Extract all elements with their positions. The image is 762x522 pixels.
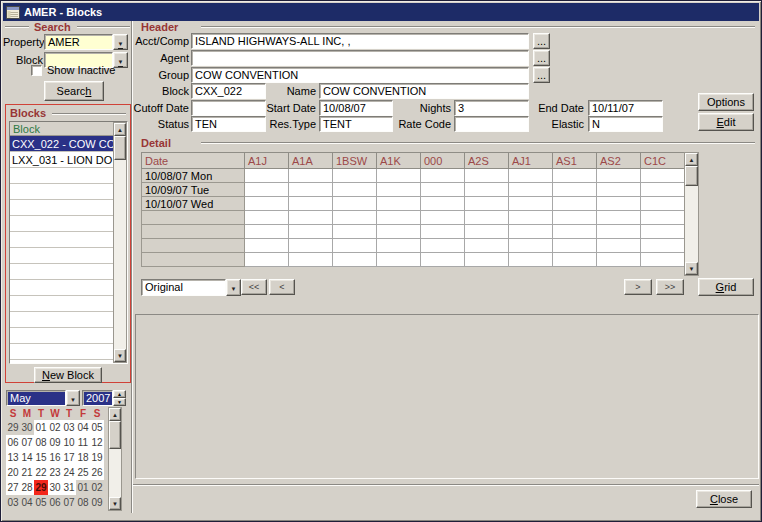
calendar-day[interactable]: 06 bbox=[48, 495, 62, 510]
detail-value-cell[interactable] bbox=[509, 225, 553, 239]
detail-value-cell[interactable] bbox=[465, 183, 509, 197]
calendar-day[interactable]: 07 bbox=[20, 435, 34, 450]
block-list-empty-row[interactable] bbox=[10, 344, 113, 360]
detail-value-cell[interactable] bbox=[289, 211, 333, 225]
detail-value-cell[interactable] bbox=[465, 253, 509, 267]
view-dropdown-button[interactable]: ▼ bbox=[226, 279, 241, 296]
block-list-empty-row[interactable] bbox=[10, 280, 113, 296]
block-list-empty-row[interactable] bbox=[10, 184, 113, 200]
scrollbar-thumb[interactable] bbox=[114, 136, 126, 160]
detail-value-cell[interactable] bbox=[553, 197, 597, 211]
block-list-empty-row[interactable] bbox=[10, 232, 113, 248]
title-bar[interactable]: AMER - Blocks bbox=[3, 3, 759, 21]
calendar-day[interactable]: 13 bbox=[6, 450, 20, 465]
acct-comp-field[interactable]: ISLAND HIGHWAYS-ALL INC, , bbox=[191, 33, 529, 49]
detail-value-cell[interactable] bbox=[245, 225, 289, 239]
calendar-day[interactable]: 01 bbox=[76, 480, 90, 495]
block-list-empty-row[interactable] bbox=[10, 168, 113, 184]
detail-value-cell[interactable] bbox=[333, 225, 377, 239]
agent-field[interactable] bbox=[191, 50, 529, 66]
calendar-year-field[interactable]: 2007 bbox=[82, 390, 113, 406]
edit-button[interactable]: Edit bbox=[698, 113, 754, 131]
calendar-day[interactable]: 29 bbox=[6, 420, 20, 435]
new-block-button[interactable]: New Block bbox=[34, 367, 102, 383]
calendar-day[interactable]: 05 bbox=[90, 420, 104, 435]
detail-value-cell[interactable] bbox=[421, 253, 465, 267]
detail-value-cell[interactable] bbox=[245, 197, 289, 211]
detail-value-cell[interactable] bbox=[597, 225, 641, 239]
calendar-day[interactable]: 06 bbox=[6, 435, 20, 450]
detail-grid-scrollbar[interactable]: ▲ ▼ bbox=[684, 152, 699, 276]
calendar-day[interactable]: 25 bbox=[76, 465, 90, 480]
detail-value-cell[interactable] bbox=[553, 225, 597, 239]
calendar-day[interactable]: 19 bbox=[90, 450, 104, 465]
detail-value-cell[interactable] bbox=[509, 253, 553, 267]
detail-value-cell[interactable] bbox=[245, 183, 289, 197]
detail-value-cell[interactable] bbox=[421, 211, 465, 225]
calendar-day[interactable]: 21 bbox=[20, 465, 34, 480]
close-button[interactable]: Close bbox=[696, 490, 752, 508]
detail-value-cell[interactable] bbox=[245, 211, 289, 225]
grid-button[interactable]: Grid bbox=[698, 278, 754, 296]
detail-value-cell[interactable] bbox=[641, 211, 685, 225]
acct-comp-lov-button[interactable]: ... bbox=[533, 33, 550, 49]
detail-value-cell[interactable] bbox=[289, 197, 333, 211]
calendar-day[interactable]: 09 bbox=[90, 495, 104, 510]
detail-value-cell[interactable] bbox=[333, 211, 377, 225]
detail-value-cell[interactable] bbox=[377, 183, 421, 197]
calendar-day[interactable]: 16 bbox=[48, 450, 62, 465]
calendar-day[interactable]: 04 bbox=[20, 495, 34, 510]
calendar-day[interactable]: 27 bbox=[6, 480, 20, 495]
detail-value-cell[interactable] bbox=[553, 183, 597, 197]
year-spinner[interactable]: ▲ ▼ bbox=[113, 390, 126, 406]
nav-last-button[interactable]: >> bbox=[656, 279, 684, 295]
calendar-day[interactable]: 14 bbox=[20, 450, 34, 465]
scroll-up-icon[interactable]: ▲ bbox=[114, 123, 126, 136]
calendar-day[interactable]: 22 bbox=[34, 465, 48, 480]
detail-value-cell[interactable] bbox=[245, 253, 289, 267]
calendar-day[interactable]: 02 bbox=[48, 420, 62, 435]
detail-value-cell[interactable] bbox=[289, 253, 333, 267]
detail-value-cell[interactable] bbox=[333, 169, 377, 183]
block-list-empty-row[interactable] bbox=[10, 200, 113, 216]
detail-value-cell[interactable] bbox=[509, 197, 553, 211]
detail-value-cell[interactable] bbox=[553, 239, 597, 253]
scrollbar-thumb[interactable] bbox=[685, 166, 698, 186]
calendar-day[interactable]: 04 bbox=[76, 420, 90, 435]
detail-value-cell[interactable] bbox=[289, 183, 333, 197]
show-inactive-checkbox[interactable] bbox=[31, 65, 42, 76]
calendar-day[interactable]: 03 bbox=[6, 495, 20, 510]
block-list-empty-row[interactable] bbox=[10, 216, 113, 232]
detail-value-cell[interactable] bbox=[641, 253, 685, 267]
property-lov-button[interactable]: ▼ bbox=[113, 34, 128, 50]
detail-value-cell[interactable] bbox=[421, 169, 465, 183]
nav-first-button[interactable]: << bbox=[241, 279, 267, 295]
detail-value-cell[interactable] bbox=[641, 183, 685, 197]
property-input[interactable]: AMER bbox=[44, 34, 113, 50]
detail-value-cell[interactable] bbox=[509, 239, 553, 253]
detail-value-cell[interactable] bbox=[465, 239, 509, 253]
calendar-day[interactable]: 15 bbox=[34, 450, 48, 465]
spinner-down-icon[interactable]: ▼ bbox=[113, 398, 126, 406]
end-date-field[interactable]: 10/11/07 bbox=[588, 100, 663, 116]
options-button[interactable]: Options bbox=[698, 93, 754, 111]
detail-value-cell[interactable] bbox=[597, 211, 641, 225]
detail-value-cell[interactable] bbox=[377, 239, 421, 253]
detail-value-cell[interactable] bbox=[333, 183, 377, 197]
block-list-empty-row[interactable] bbox=[10, 296, 113, 312]
block-list-empty-row[interactable] bbox=[10, 312, 113, 328]
scroll-up-icon[interactable]: ▲ bbox=[109, 408, 121, 421]
calendar-day[interactable]: 26 bbox=[90, 465, 104, 480]
detail-value-cell[interactable] bbox=[421, 239, 465, 253]
calendar-day[interactable]: 30 bbox=[48, 480, 62, 495]
month-dropdown-button[interactable]: ▼ bbox=[66, 390, 80, 406]
group-field[interactable]: COW CONVENTION bbox=[191, 67, 529, 83]
detail-value-cell[interactable] bbox=[421, 225, 465, 239]
detail-value-cell[interactable] bbox=[465, 197, 509, 211]
calendar-selected-day[interactable]: 29 bbox=[34, 480, 48, 495]
detail-value-cell[interactable] bbox=[289, 225, 333, 239]
detail-value-cell[interactable] bbox=[509, 211, 553, 225]
detail-value-cell[interactable] bbox=[597, 197, 641, 211]
detail-value-cell[interactable] bbox=[553, 211, 597, 225]
detail-value-cell[interactable] bbox=[641, 239, 685, 253]
